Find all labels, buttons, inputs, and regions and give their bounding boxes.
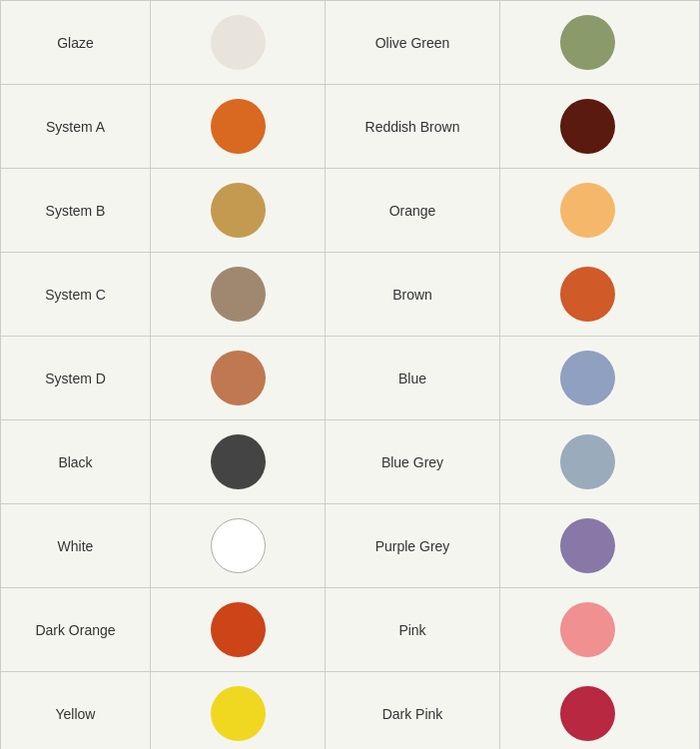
- right-label: Olive Green: [326, 1, 500, 84]
- left-swatch: [151, 504, 326, 587]
- color-table: GlazeOlive GreenSystem AReddish BrownSys…: [0, 0, 700, 749]
- table-row: System AReddish Brown: [1, 85, 699, 169]
- table-row: System BOrange: [1, 169, 699, 253]
- right-swatch: [500, 169, 675, 252]
- table-row: WhitePurple Grey: [1, 504, 699, 588]
- left-swatch: [151, 420, 326, 503]
- left-label: Black: [1, 420, 151, 503]
- right-label: Dark Pink: [326, 672, 500, 749]
- left-swatch: [151, 85, 326, 168]
- table-row: GlazeOlive Green: [1, 1, 699, 85]
- left-swatch: [151, 337, 326, 419]
- table-row: Dark OrangePink: [1, 588, 699, 672]
- left-swatch: [151, 253, 326, 336]
- left-label: White: [1, 504, 151, 587]
- right-swatch: [500, 1, 675, 84]
- left-label: System C: [1, 253, 151, 336]
- right-swatch: [500, 253, 675, 336]
- right-label: Blue: [326, 337, 500, 419]
- right-swatch: [500, 672, 675, 749]
- right-swatch: [500, 588, 675, 671]
- left-swatch: [151, 588, 326, 671]
- right-label: Blue Grey: [326, 420, 500, 503]
- left-label: Dark Orange: [1, 588, 151, 671]
- right-swatch: [500, 337, 675, 419]
- table-row: System DBlue: [1, 337, 699, 420]
- right-label: Purple Grey: [326, 504, 500, 587]
- right-label: Brown: [326, 253, 500, 336]
- left-label: System B: [1, 169, 151, 252]
- left-label: Glaze: [1, 1, 151, 84]
- right-swatch: [500, 85, 675, 168]
- left-label: Yellow: [1, 672, 151, 749]
- left-label: System A: [1, 85, 151, 168]
- left-label: System D: [1, 337, 151, 419]
- right-label: Orange: [326, 169, 500, 252]
- table-row: YellowDark Pink: [1, 672, 699, 749]
- right-swatch: [500, 420, 675, 503]
- right-label: Reddish Brown: [326, 85, 500, 168]
- left-swatch: [151, 169, 326, 252]
- table-row: System CBrown: [1, 253, 699, 337]
- right-label: Pink: [326, 588, 500, 671]
- right-swatch: [500, 504, 675, 587]
- table-row: BlackBlue Grey: [1, 420, 699, 504]
- left-swatch: [151, 672, 326, 749]
- left-swatch: [151, 1, 326, 84]
